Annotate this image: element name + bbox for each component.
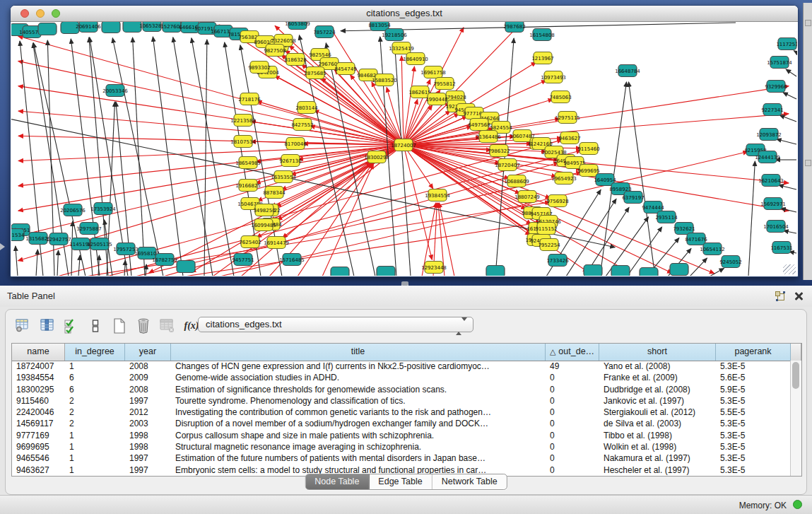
graph-node-label: 12505135 <box>87 242 112 247</box>
table-selector-dropdown[interactable]: citations_edges.txt <box>198 317 473 332</box>
table-row[interactable]: 977716911998Corpus callosum shape and si… <box>12 430 791 441</box>
graph-node-label: 12923448 <box>421 265 447 271</box>
column-header-label: in_degree <box>75 346 114 356</box>
graph-node-label: 9827508 <box>264 48 286 54</box>
column-header-label: pagerank <box>734 346 771 356</box>
table-cell: Disruption of a novel member of a sodium… <box>171 418 546 429</box>
graph-edge <box>690 258 707 276</box>
column-header-year[interactable]: year <box>125 344 171 361</box>
graph-node-label: 7955812 <box>433 81 455 87</box>
graph-node-label: 9227341 <box>761 107 783 113</box>
graph-node-label: 7625402 <box>239 240 261 245</box>
table-cell: Stergiakouli et al. (2012) <box>599 407 716 418</box>
graph-node[interactable] <box>584 265 602 276</box>
table-row[interactable]: 1938455462009Genome-wide association stu… <box>12 372 791 383</box>
graph-node-label: 1733426 <box>546 258 569 264</box>
graph-node-label: 8427552 <box>291 122 313 128</box>
graph-node-label: 991534 <box>11 233 25 238</box>
graph-node[interactable] <box>123 22 141 33</box>
selection-mode-button[interactable] <box>61 315 82 337</box>
table-cell: 1 <box>65 441 125 452</box>
table-cell: 0 <box>546 384 599 395</box>
table-row[interactable]: 2242004622012Investigating the contribut… <box>12 407 791 418</box>
graph-edge <box>748 161 755 276</box>
table-panel: Table Panel <box>0 286 812 495</box>
graph-node[interactable] <box>486 266 505 276</box>
graph-edge <box>192 38 234 276</box>
delete-table-button[interactable] <box>157 315 178 337</box>
table-settings-button[interactable] <box>13 315 34 337</box>
table-row[interactable]: 1872400712008Changes of HCN gene express… <box>12 361 791 372</box>
graph-node-label: 16053809 <box>285 22 310 27</box>
tab-node-table[interactable]: Node Table <box>305 474 369 489</box>
table-cell: 0 <box>546 407 599 418</box>
window-resize-grip[interactable] <box>783 264 796 274</box>
graph-node-label: 16353554 <box>271 175 296 180</box>
graph-node[interactable] <box>611 266 630 276</box>
graph-node-label: 9756928 <box>546 199 568 204</box>
tab-edge-table[interactable]: Edge Table <box>369 474 432 489</box>
table-row[interactable]: 946554611997Estimation of the future num… <box>12 452 791 464</box>
new-column-button[interactable] <box>109 315 130 337</box>
tab-network-table[interactable]: Network Table <box>433 474 507 489</box>
graph-node-label: 21364486 <box>476 134 501 140</box>
column-header-pagerank[interactable]: pagerank <box>716 344 791 361</box>
float-panel-icon[interactable] <box>775 291 785 301</box>
graph-node-label: 7952254 <box>538 243 560 248</box>
table-cell: 0 <box>546 418 599 429</box>
table-row[interactable]: 969969511998Structural magnetic resonanc… <box>12 441 791 452</box>
graph-node-label: 23226058 <box>271 38 296 44</box>
graph-edge <box>404 66 414 145</box>
table-cell: 5.5E-5 <box>716 407 791 418</box>
graph-node-label: 18720407 <box>495 163 520 168</box>
graph-node-label: 13325419 <box>389 46 414 52</box>
network-view-window: citations_edges.txt 14055724206914061065… <box>10 5 799 277</box>
graph-node-label: 7485063 <box>549 95 571 100</box>
vertical-scrollbar[interactable] <box>790 361 801 476</box>
table-cell: 1998 <box>125 430 171 441</box>
network-canvas[interactable]: 1405572420691406106532871527602646616010… <box>11 22 797 276</box>
table-cell: 0 <box>546 441 599 452</box>
scrollbar-thumb[interactable] <box>792 362 799 389</box>
table-cell: 0 <box>546 430 599 441</box>
graph-node[interactable] <box>640 268 658 276</box>
column-header-name[interactable]: name <box>12 344 65 361</box>
graph-node-label: 20206576 <box>60 208 86 214</box>
graph-node[interactable] <box>670 264 688 276</box>
table-cell: Yano et al. (2008) <box>599 361 716 372</box>
graph-node[interactable] <box>102 22 120 33</box>
graph-node-label: 16099485 <box>251 223 276 228</box>
application-window: citations_edges.txt 14055724206914061065… <box>0 0 812 514</box>
table-cell: 2008 <box>125 384 171 395</box>
graph-edge <box>16 246 18 276</box>
table-cell: 1 <box>65 465 125 476</box>
collapsed-side-panel[interactable] <box>803 3 812 280</box>
column-header-out_de[interactable]: △out_de… <box>546 344 599 361</box>
memory-status-indicator <box>793 500 802 509</box>
node-table: namein_degreeyeartitle△out_de…shortpager… <box>11 343 802 477</box>
network-window-titlebar[interactable]: citations_edges.txt <box>11 6 798 22</box>
table-cell: Tourette syndrome. Phenomenology and cla… <box>171 395 546 407</box>
row-height-button[interactable] <box>85 315 106 337</box>
graph-node[interactable] <box>177 261 195 273</box>
table-cell: 9115460 <box>12 395 65 407</box>
column-header-short[interactable]: short <box>599 344 716 361</box>
column-header-title[interactable]: title <box>171 344 546 361</box>
delete-column-button[interactable] <box>133 315 154 337</box>
side-panel-mark <box>805 20 811 26</box>
table-row[interactable]: 1830029562008Estimation of significance … <box>12 384 791 395</box>
table-cell: 19384554 <box>12 372 65 383</box>
graph-node[interactable] <box>331 267 349 276</box>
graph-node-label: 15883520 <box>372 78 397 83</box>
graph-node[interactable] <box>377 267 395 276</box>
table-cell: 2 <box>65 418 125 429</box>
table-row[interactable]: 1456911722003Disruption of a novel membe… <box>12 418 791 429</box>
table-row[interactable]: 911546021997Tourette syndrome. Phenomeno… <box>12 395 791 407</box>
graph-node[interactable] <box>38 23 57 35</box>
graph-edge <box>779 185 796 189</box>
select-columns-button[interactable] <box>37 315 58 337</box>
close-panel-icon[interactable] <box>793 291 804 301</box>
graph-node-label: 9474444 <box>642 205 664 211</box>
column-header-in_degree[interactable]: in_degree <box>65 344 125 361</box>
left-panel-collapse-handle[interactable] <box>0 243 5 250</box>
